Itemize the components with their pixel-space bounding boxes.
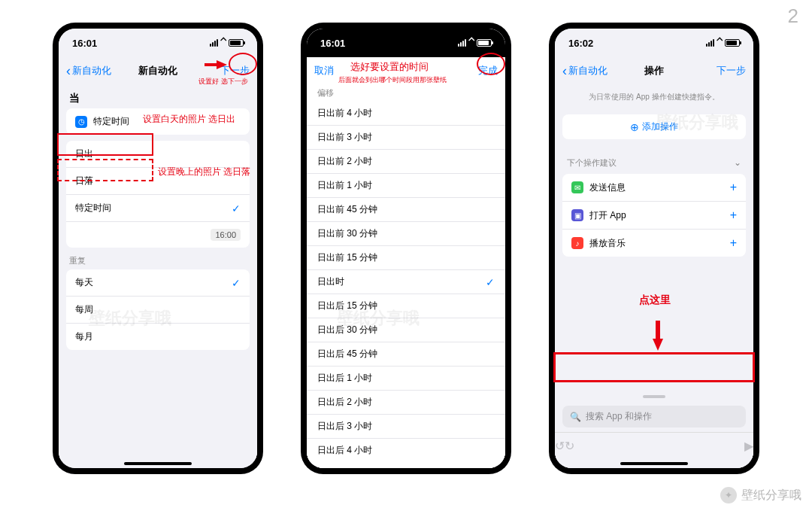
status-bar: 16:01: [59, 29, 257, 57]
toolbar: ↺ ↻ ▶: [555, 432, 753, 459]
nav-header: 取消 完成: [307, 57, 505, 84]
option-sunrise[interactable]: 日出: [66, 141, 250, 168]
section-offset-label: 偏移: [307, 84, 505, 102]
offset-option[interactable]: 日出前 15 分钟: [307, 246, 505, 270]
offset-option[interactable]: 日出前 45 分钟: [307, 198, 505, 222]
section-when: 当: [59, 84, 257, 108]
suggestion-play-music[interactable]: ♪播放音乐+: [562, 230, 746, 257]
row-label: 日出前 4 小时: [317, 107, 372, 120]
row-label: 打开 App: [589, 209, 626, 222]
row-time-value[interactable]: 16:00: [66, 222, 250, 248]
app-icon: ▣: [571, 209, 583, 221]
search-input[interactable]: 🔍 搜索 App 和操作: [562, 406, 746, 427]
battery-icon: [725, 39, 740, 47]
wifi-icon: [220, 37, 226, 49]
offset-option[interactable]: 日出后 2 小时: [307, 391, 505, 415]
music-icon: ♪: [571, 237, 583, 249]
suggestion-header[interactable]: 下个操作建议 ⌄: [555, 151, 753, 174]
row-label: 特定时间: [93, 115, 129, 128]
row-label: 日出后 4 小时: [317, 444, 372, 457]
repeat-daily[interactable]: 每天✓: [66, 269, 250, 297]
watermark-text: 壁纸分享哦: [741, 488, 801, 503]
option-sunset[interactable]: 日落: [66, 168, 250, 195]
offset-option[interactable]: 日出时✓: [307, 270, 505, 294]
nav-title: 操作: [644, 64, 664, 78]
sheet-grabber[interactable]: [643, 395, 665, 398]
status-time: 16:02: [568, 38, 593, 49]
row-label: 日出后 45 分钟: [317, 348, 377, 360]
suggestion-open-app[interactable]: ▣打开 App+: [562, 202, 746, 230]
chevron-left-icon: ‹: [562, 64, 567, 78]
time-value: 16:00: [211, 229, 241, 241]
battery-icon: [477, 39, 492, 47]
offset-option[interactable]: 日出前 30 分钟: [307, 222, 505, 246]
back-button[interactable]: ‹ 新自动化: [562, 64, 607, 78]
offset-option[interactable]: 日出前 4 小时: [307, 102, 505, 126]
page-number: 2: [788, 5, 798, 28]
nav-header: ‹ 新自动化 操作 下一步: [555, 57, 753, 84]
signal-icon: [210, 39, 218, 47]
option-specific-time[interactable]: 特定时间 ✓: [66, 195, 250, 222]
search-placeholder: 搜索 App 和操作: [586, 410, 652, 423]
phone-screenshot-1: 16:01 ‹ 新自动化 新自动化 下一步 当 ◷特定时间: [53, 23, 263, 474]
offset-option[interactable]: 日出后 45 分钟: [307, 342, 505, 367]
screen-hint: 为日常使用的 App 操作创建快捷指令。: [555, 84, 753, 110]
plus-icon: +: [730, 208, 737, 222]
row-specific-time[interactable]: ◷特定时间: [66, 108, 250, 135]
repeat-weekly[interactable]: 每周: [66, 297, 250, 324]
status-icons: [458, 37, 492, 49]
row-label: 日出时: [317, 275, 344, 288]
offset-option[interactable]: 日出后 3 小时: [307, 415, 505, 439]
signal-icon: [458, 39, 466, 47]
chevron-down-icon: ⌄: [734, 157, 741, 168]
done-button[interactable]: 完成: [478, 64, 498, 78]
offset-option[interactable]: 日出前 2 小时: [307, 150, 505, 174]
checkmark-icon: ✓: [486, 276, 495, 288]
suggestion-send-message[interactable]: ✉发送信息+: [562, 174, 746, 202]
cancel-button[interactable]: 取消: [314, 64, 334, 78]
plus-icon: +: [730, 181, 737, 194]
next-button[interactable]: 下一步: [717, 64, 746, 78]
offset-option[interactable]: 日出前 3 小时: [307, 126, 505, 150]
home-indicator: [124, 462, 192, 465]
back-label: 新自动化: [72, 64, 111, 78]
offset-option[interactable]: 日出后 1 小时: [307, 367, 505, 391]
row-label: 每月: [75, 330, 93, 343]
watermark: ✦ 壁纸分享哦: [720, 487, 801, 503]
next-button[interactable]: 下一步: [220, 64, 250, 78]
redo-button[interactable]: ↻: [565, 439, 574, 453]
row-label: 日出后 15 分钟: [317, 300, 377, 312]
section-repeat-label: 重复: [59, 248, 257, 269]
offset-option[interactable]: 日出后 15 分钟: [307, 294, 505, 318]
back-button[interactable]: ‹ 新自动化: [66, 64, 111, 78]
plus-circle-icon: [630, 121, 639, 133]
row-label: 日出前 45 分钟: [317, 203, 377, 216]
status-bar: 16:01: [307, 29, 505, 57]
add-action-label: 添加操作: [642, 120, 678, 133]
row-label: 日出后 2 小时: [317, 396, 372, 409]
checkmark-icon: ✓: [232, 277, 241, 289]
add-action-button[interactable]: 添加操作: [562, 114, 746, 139]
row-label: 特定时间: [75, 202, 111, 214]
offset-option[interactable]: 日出后 30 分钟: [307, 318, 505, 342]
status-bar: 16:02: [555, 29, 753, 57]
back-label: 新自动化: [568, 64, 607, 78]
phone-screenshot-3: 16:02 ‹ 新自动化 操作 下一步 为日常使用的 App 操作创建快捷指令。…: [549, 23, 759, 474]
home-indicator: [620, 462, 688, 465]
status-icons: [210, 37, 244, 49]
clock-icon: ◷: [75, 116, 87, 128]
checkmark-icon: ✓: [232, 202, 241, 214]
nav-header: ‹ 新自动化 新自动化 下一步: [59, 57, 257, 84]
phone-screenshot-2: 16:01 取消 完成 偏移 日出前 4 小时日出前 3 小时日出前 2 小时日…: [301, 23, 511, 474]
row-label: 日出前 15 分钟: [317, 251, 377, 264]
run-button[interactable]: ▶: [744, 439, 753, 453]
message-icon: ✉: [571, 181, 583, 193]
repeat-monthly[interactable]: 每月: [66, 324, 250, 350]
offset-option[interactable]: 日出后 4 小时: [307, 439, 505, 462]
undo-button[interactable]: ↺: [555, 439, 565, 453]
offset-option[interactable]: 日出前 1 小时: [307, 174, 505, 198]
row-label: 日出: [75, 148, 93, 160]
suggestion-header-label: 下个操作建议: [567, 157, 617, 169]
row-label: 每天: [75, 276, 93, 289]
row-label: 日出前 30 分钟: [317, 227, 377, 240]
